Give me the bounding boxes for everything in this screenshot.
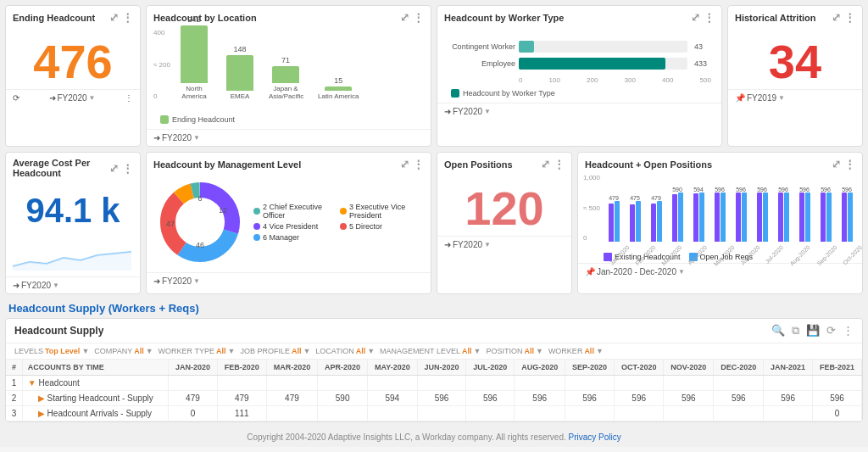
hist-attrition-title: Historical Attrition <box>735 13 816 23</box>
col-mar2020[interactable]: MAR-2020 <box>266 360 318 376</box>
arrow-right-icon: ➜ <box>153 276 160 286</box>
filter-location[interactable]: LOCATION All ▼ <box>315 347 375 355</box>
filter-company[interactable]: COMPANY All ▼ <box>94 347 153 355</box>
section-header: Headcount Supply (Workers + Reqs) <box>0 297 868 318</box>
legend-label: Ending Headcount <box>172 115 235 124</box>
table-row: 2 ▶ Starting Headcount - Supply 47947947… <box>6 391 862 406</box>
bar-apr: 590 <box>667 187 687 242</box>
col-sep2020[interactable]: SEP-2020 <box>565 360 615 376</box>
bar-feb: 475 <box>625 195 645 242</box>
more-icon[interactable]: ⋮ <box>554 158 565 170</box>
privacy-policy-link[interactable]: Privacy Policy <box>569 432 621 442</box>
svg-text:47: 47 <box>166 220 175 228</box>
pin-icon: 📌 <box>585 267 595 276</box>
table-row: 1 ▼ Headcount <box>6 376 862 391</box>
refresh-icon[interactable]: ⟳ <box>826 324 836 338</box>
hc-location-legend: Ending Headcount <box>153 114 424 126</box>
col-dec2020[interactable]: DEC-2020 <box>714 360 764 376</box>
col-jun2020[interactable]: JUN-2020 <box>417 360 466 376</box>
section-title: Headcount Supply (Workers + Reqs) <box>8 302 199 315</box>
col-jan2021[interactable]: JAN-2021 <box>764 360 813 376</box>
hc-open-period: Jan-2020 - Dec-2020 <box>597 267 676 276</box>
worker-bar-contingent: Contingent Worker 43 <box>448 41 711 53</box>
filter-row: LEVELS Top Level ▼ COMPANY All ▼ WORKER … <box>6 343 862 360</box>
expand-icon[interactable]: ⤢ <box>400 11 409 24</box>
more-icon[interactable]: ⋮ <box>413 11 424 24</box>
y-label-0: 0 <box>153 92 170 100</box>
ending-headcount-value: 476 <box>6 25 140 89</box>
filter-job-profile[interactable]: JOB PROFILE All ▼ <box>240 347 310 355</box>
col-feb2020[interactable]: FEB-2020 <box>217 360 266 376</box>
expand-icon[interactable]: ⤢ <box>541 158 550 170</box>
avg-cost-title: Average Cost Per Headcount <box>13 158 109 178</box>
ending-headcount-period: FY2020 <box>58 93 87 103</box>
bar-jul: 596 <box>731 187 751 242</box>
col-jul2020[interactable]: JUL-2020 <box>466 360 515 376</box>
col-nov2020[interactable]: NOV-2020 <box>664 360 714 376</box>
search-icon[interactable]: 🔍 <box>771 324 785 338</box>
svg-text:12: 12 <box>219 206 227 215</box>
expand-icon[interactable]: ⤢ <box>691 11 700 24</box>
expand-icon[interactable]: ⤢ <box>109 11 119 24</box>
more-icon[interactable]: ⋮ <box>413 158 424 170</box>
expand-icon[interactable]: ⤢ <box>400 158 409 170</box>
expand-btn-3[interactable]: ▶ <box>38 409 45 418</box>
filter-levels[interactable]: LEVELS Top Level ▼ <box>14 347 89 355</box>
arrow-right-icon: ➜ <box>444 107 451 116</box>
more-icon[interactable]: ⋮ <box>122 162 133 175</box>
headcount-supply-table: # ACCOUNTS BY TIME JAN-2020 FEB-2020 MAR… <box>6 360 862 421</box>
col-oct2020[interactable]: OCT-2020 <box>615 360 664 376</box>
bar-nov: 596 <box>815 187 836 242</box>
worker-legend: Headcount by Worker Type <box>444 87 715 99</box>
filter-worker[interactable]: WORKER All ▼ <box>548 347 604 355</box>
bar-jun: 596 <box>709 187 730 242</box>
bar-mar: 479 <box>646 195 666 242</box>
col-jan2020[interactable]: JAN-2020 <box>169 360 218 376</box>
open-positions-footer: ➜ FY2020 ▼ <box>437 236 571 253</box>
col-apr2020[interactable]: APR-2020 <box>318 360 368 376</box>
arrow-right-icon: ➜ <box>444 240 451 249</box>
table-container: # ACCOUNTS BY TIME JAN-2020 FEB-2020 MAR… <box>6 360 862 421</box>
hc-location-chart: 400 ≈ 200 0 242 North America 148 <box>147 25 431 129</box>
expand-icon[interactable]: ⤢ <box>832 158 841 170</box>
hc-location-card: Headcount by Location ⤢ ⋮ 400 ≈ 200 0 <box>146 5 431 147</box>
mgmt-period: FY2020 <box>162 276 192 286</box>
bar-dec: 596 <box>837 187 857 242</box>
expand-btn-2[interactable]: ▶ <box>38 393 45 403</box>
more-icon[interactable]: ⋮ <box>843 324 854 338</box>
col-may2020[interactable]: MAY-2020 <box>368 360 418 376</box>
bar-jan: 479 <box>604 195 624 242</box>
expand-icon[interactable]: ⤢ <box>832 11 841 24</box>
mgmt-donut-area: 6 12 46 47 2 Chief Executive Officer 3 E… <box>147 172 431 272</box>
hist-attrition-footer: 📌 FY2019 ▼ <box>728 89 862 106</box>
svg-text:46: 46 <box>196 241 204 249</box>
filter-mgmt-level[interactable]: MANAGEMENT LEVEL All ▼ <box>380 347 481 355</box>
hist-attrition-header: Historical Attrition ⤢ ⋮ <box>728 6 862 25</box>
hc-worker-chart: Contingent Worker 43 Employee 433 <box>437 25 721 103</box>
bar-north-america: 242 North America <box>177 15 211 100</box>
bar-japan: 71 Japan & Asia/Pacific <box>269 56 303 100</box>
arrow-right-icon: ➜ <box>49 93 56 103</box>
col-aug2020[interactable]: AUG-2020 <box>515 360 565 376</box>
arrow-right-icon: ➜ <box>153 133 160 142</box>
avg-cost-footer: ➜ FY2020 ▼ <box>6 276 140 293</box>
col-feb2021[interactable]: FEB-2021 <box>813 360 862 376</box>
table-header: Headcount Supply 🔍 ⧉ 💾 ⟳ ⋮ <box>6 319 862 343</box>
expand-icon[interactable]: ⤢ <box>109 162 119 175</box>
more-icon[interactable]: ⋮ <box>844 158 855 170</box>
copy-icon[interactable]: ⧉ <box>792 324 799 338</box>
more-icon[interactable]: ⋮ <box>844 11 855 24</box>
table-title: Headcount Supply <box>14 325 103 337</box>
ending-headcount-card: Ending Headcount ⤢ ⋮ 476 ⟳ ➜ FY2020 ▼ ⋮ <box>5 5 141 147</box>
more-icon[interactable]: ⋮ <box>122 11 133 24</box>
refresh-icon[interactable]: ⟳ <box>13 93 19 103</box>
download-icon[interactable]: 💾 <box>806 324 820 338</box>
table-row: 3 ▶ Headcount Arrivals - Supply 0111 0 <box>6 406 862 421</box>
filter-position[interactable]: POSITION All ▼ <box>486 347 542 355</box>
more-icon[interactable]: ⋮ <box>704 11 715 24</box>
ending-headcount-title: Ending Headcount <box>13 13 95 23</box>
bar-oct: 596 <box>794 187 815 242</box>
expand-btn-1[interactable]: ▼ <box>28 378 36 388</box>
more-icon-footer[interactable]: ⋮ <box>125 93 133 103</box>
filter-worker-type[interactable]: WORKER TYPE All ▼ <box>159 347 236 355</box>
